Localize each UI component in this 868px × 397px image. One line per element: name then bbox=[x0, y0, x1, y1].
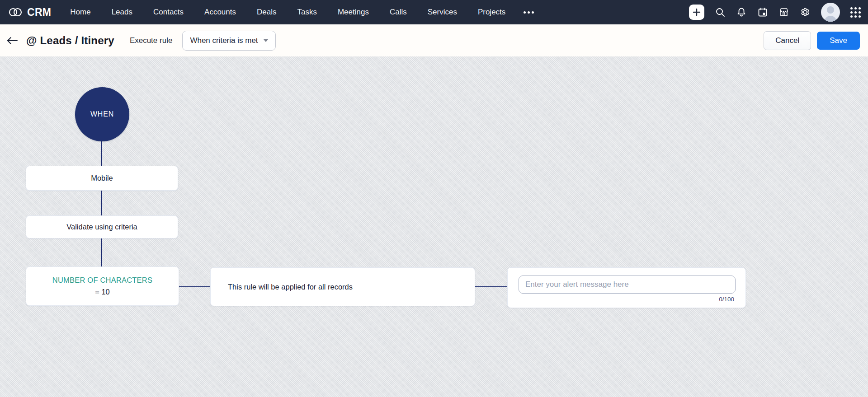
brand[interactable]: CRM bbox=[8, 6, 51, 19]
nav-item[interactable]: Tasks bbox=[297, 8, 316, 17]
nav-item[interactable]: Accounts bbox=[204, 8, 236, 17]
char-counter: 0/100 bbox=[719, 296, 734, 303]
main-menu: HomeLeadsContactsAccountsDealsTasksMeeti… bbox=[70, 8, 505, 17]
criteria-node[interactable]: NUMBER OF CHARACTERS = 10 bbox=[26, 266, 179, 306]
connector-vertical bbox=[101, 141, 102, 266]
nav-item[interactable]: Home bbox=[70, 8, 90, 17]
notifications-bell-icon[interactable] bbox=[736, 7, 747, 18]
criteria-dropdown-value: When criteria is met bbox=[190, 36, 258, 45]
field-node-label: Mobile bbox=[91, 174, 113, 182]
crm-logo-icon bbox=[8, 7, 23, 18]
brand-name: CRM bbox=[27, 6, 51, 19]
rule-flow-canvas: WHEN Mobile Validate using criteria NUMB… bbox=[0, 56, 868, 397]
when-node-label: WHEN bbox=[90, 110, 114, 118]
execute-rule-label: Execute rule bbox=[130, 36, 173, 45]
apps-grid-icon[interactable] bbox=[850, 7, 861, 18]
nav-item[interactable]: Meetings bbox=[338, 8, 369, 17]
settings-gear-icon[interactable] bbox=[800, 7, 811, 18]
alert-message-input[interactable] bbox=[519, 276, 736, 294]
scope-note-label: This rule will be applied for all record… bbox=[228, 283, 353, 291]
page-title: @ Leads / Itinery bbox=[26, 34, 114, 47]
marketplace-store-icon[interactable] bbox=[778, 7, 789, 18]
chevron-down-icon bbox=[264, 39, 268, 42]
field-node[interactable]: Mobile bbox=[26, 166, 178, 191]
back-arrow-icon[interactable] bbox=[5, 33, 20, 48]
nav-actions bbox=[689, 3, 861, 22]
when-node[interactable]: WHEN bbox=[75, 87, 129, 141]
more-menu-icon[interactable] bbox=[524, 11, 534, 14]
nav-item[interactable]: Leads bbox=[112, 8, 132, 17]
criteria-condition-label: = 10 bbox=[95, 288, 110, 296]
toolbar-actions: Cancel Save bbox=[764, 31, 860, 50]
cancel-button[interactable]: Cancel bbox=[764, 31, 811, 50]
nav-item[interactable]: Calls bbox=[390, 8, 407, 17]
criteria-dropdown[interactable]: When criteria is met bbox=[182, 31, 275, 51]
search-icon[interactable] bbox=[715, 7, 726, 18]
add-icon[interactable] bbox=[689, 5, 704, 20]
calendar-icon[interactable] bbox=[757, 7, 768, 18]
save-button[interactable]: Save bbox=[817, 32, 860, 50]
nav-item[interactable]: Deals bbox=[257, 8, 276, 17]
nav-item[interactable]: Contacts bbox=[153, 8, 184, 17]
nav-item[interactable]: Services bbox=[428, 8, 457, 17]
alert-message-node[interactable]: 0/100 bbox=[507, 267, 746, 308]
top-nav: CRM HomeLeadsContactsAccountsDealsTasksM… bbox=[0, 0, 868, 24]
user-avatar[interactable] bbox=[821, 3, 840, 22]
nav-item[interactable]: Projects bbox=[478, 8, 505, 17]
validation-mode-node[interactable]: Validate using criteria bbox=[26, 215, 178, 238]
criteria-function-label: NUMBER OF CHARACTERS bbox=[52, 276, 152, 285]
rule-toolbar: @ Leads / Itinery Execute rule When crit… bbox=[0, 24, 868, 56]
validation-mode-label: Validate using criteria bbox=[66, 223, 137, 231]
scope-note-node[interactable]: This rule will be applied for all record… bbox=[210, 267, 475, 306]
